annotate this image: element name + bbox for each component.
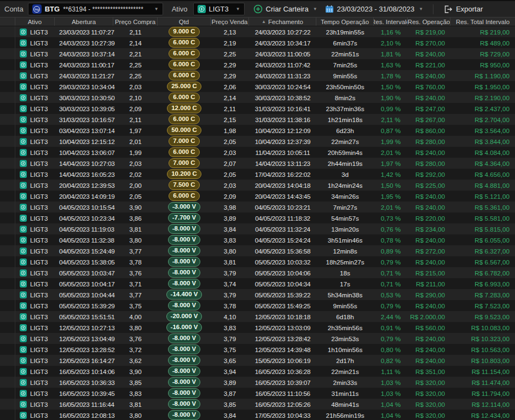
table-row[interactable]: LIGT324/03/2023 11:21:272,256.000 C2,292… — [0, 70, 515, 81]
cell-res-total-intervalo: R$ 9.523,00 — [450, 311, 515, 322]
table-row[interactable]: LIGT330/03/2023 10:39:052,0912.000 C2,11… — [0, 103, 515, 114]
cell-tempo-operacao: 22min21s — [316, 366, 374, 377]
header-abertura[interactable]: Abertura — [55, 18, 113, 26]
table-row[interactable]: LIGT329/03/2023 10:34:042,0325.000 C2,06… — [0, 81, 515, 92]
table-row[interactable]: LIGT312/05/2023 16:14:273,62-8.000 V3,65… — [0, 355, 515, 366]
table-row[interactable]: LIGT304/05/2023 11:32:383,80-8.000 V3,83… — [0, 234, 515, 245]
header-qtd[interactable]: Qtd — [158, 18, 211, 26]
cell-ativo: LIGT3 — [15, 70, 55, 81]
cell-res-intervalo: 0,80 % — [374, 344, 408, 355]
table-row[interactable]: LIGT324/03/2023 10:37:142,216.000 C2,252… — [0, 48, 515, 59]
table-row[interactable]: LIGT314/04/2023 16:05:232,0210.200 C2,05… — [0, 169, 515, 180]
table-row[interactable]: LIGT316/05/2023 12:08:133,80-8.000 V3,84… — [0, 410, 515, 420]
asset-symbol: LIGT3 — [30, 291, 48, 298]
cell-ativo: LIGT3 — [15, 278, 55, 289]
sell-quantity-badge: -8.000 V — [168, 235, 200, 245]
table-row[interactable]: LIGT324/03/2023 10:27:392,146.000 C2,192… — [0, 37, 515, 48]
cell-ativo: LIGT3 — [15, 223, 55, 234]
asset-symbol: LIGT3 — [30, 248, 48, 255]
header-tempo-operacao[interactable]: Tempo Operação — [316, 18, 374, 26]
header-res-total-intervalo[interactable]: Res. Total Intervalo — [450, 18, 515, 26]
table-row[interactable]: LIGT304/05/2023 15:38:053,78-8.000 V3,81… — [0, 256, 515, 267]
header-preco-compra[interactable]: Preço Compra — [113, 18, 158, 26]
cell-preco-compra: 1,97 — [113, 125, 158, 136]
asset-symbol: LIGT3 — [30, 105, 48, 112]
table-row[interactable]: LIGT330/03/2023 10:30:502,106.000 C2,143… — [0, 92, 515, 103]
table-row[interactable]: LIGT312/05/2023 10:27:133,80-16.000 V3,8… — [0, 322, 515, 333]
cell-preco-compra: 3,86 — [113, 212, 158, 223]
table-row[interactable]: LIGT331/03/2023 10:16:572,116.000 C2,153… — [0, 114, 515, 125]
asset-select[interactable]: LIGT3 ▼ — [193, 3, 245, 15]
table-row[interactable]: LIGT305/05/2023 15:51:514,00-20.000 V4,1… — [0, 311, 515, 322]
table-row[interactable]: LIGT310/04/2023 12:15:122,017.000 C2,051… — [0, 136, 515, 147]
table-row[interactable]: LIGT305/05/2023 10:04:443,77-14.400 V3,7… — [0, 289, 515, 300]
cell-preco-compra: 3,76 — [113, 267, 158, 278]
header-fechamento[interactable]: ▲ Fechamento — [249, 18, 316, 26]
asset-symbol-icon — [20, 302, 27, 309]
account-number-masked: **63194 - ******************** — [63, 5, 143, 13]
cell-preco-compra: 3,62 — [113, 355, 158, 366]
cell-preco-compra: 3,80 — [113, 410, 158, 420]
header-res-intervalo[interactable]: Res. Intervalo — [374, 18, 408, 26]
table-row[interactable]: LIGT305/05/2023 15:39:293,75-8.000 V3,78… — [0, 300, 515, 311]
cell-fechamento: 12/05/2023 10:18:18 — [249, 311, 316, 322]
header-res-operacao[interactable]: Res. Operação — [408, 18, 450, 26]
cell-res-intervalo: 1,81 % — [374, 48, 408, 59]
header-preco-venda[interactable]: Preço Venda — [211, 18, 249, 26]
table-row[interactable]: LIGT320/04/2023 14:09:192,056.000 C2,092… — [0, 191, 515, 202]
table-row[interactable]: LIGT303/04/2023 13:07:141,9750.000 C1,98… — [0, 125, 515, 136]
cell-qtd: -8.000 V — [158, 234, 211, 245]
row-gutter — [0, 399, 15, 410]
cell-tempo-operacao: 6min37s — [316, 37, 374, 48]
cell-preco-compra: 1,99 — [113, 147, 158, 158]
asset-symbol-icon — [20, 83, 27, 90]
cell-preco-venda: 3,89 — [211, 377, 249, 388]
date-range-picker[interactable]: 23/03/2023 - 31/08/2023 ▼ — [325, 5, 424, 13]
table-row[interactable]: LIGT304/05/2023 15:24:493,77-8.000 V3,80… — [0, 245, 515, 256]
table-row[interactable]: LIGT314/04/2023 10:27:032,037.000 C2,071… — [0, 158, 515, 169]
table-row[interactable]: LIGT304/05/2023 11:19:033,81-8.000 V3,84… — [0, 223, 515, 234]
table-row[interactable]: LIGT316/05/2023 10:14:063,90-8.000 V3,94… — [0, 366, 515, 377]
cell-res-total-intervalo: R$ 11.794,00 — [450, 388, 515, 399]
cell-ativo: LIGT3 — [15, 267, 55, 278]
table-row[interactable]: LIGT324/03/2023 11:00:172,256.000 C2,292… — [0, 59, 515, 70]
cell-ativo: LIGT3 — [15, 37, 55, 48]
asset-symbol-icon — [20, 28, 27, 36]
asset-symbol: LIGT3 — [30, 368, 48, 375]
table-row[interactable]: LIGT320/04/2023 12:39:532,007.500 C2,032… — [0, 180, 515, 191]
table-row[interactable]: LIGT316/05/2023 10:39:453,83-8.000 V3,87… — [0, 388, 515, 399]
asset-symbol-icon — [20, 138, 27, 145]
cell-res-total-intervalo: R$ 2.190,00 — [450, 92, 515, 103]
create-portfolio-button[interactable]: Criar Carteira ▼ — [253, 4, 317, 14]
export-button[interactable]: Exportar — [443, 5, 483, 14]
cell-qtd: -8.000 V — [158, 377, 211, 388]
table-row[interactable]: LIGT323/03/2023 11:07:272,119.000 C2,132… — [0, 26, 515, 37]
table-row[interactable]: LIGT305/05/2023 10:03:473,76-8.000 V3,79… — [0, 267, 515, 278]
cell-res-intervalo: 0,89 % — [374, 245, 408, 256]
cell-fechamento: 24/03/2023 11:00:05 — [249, 48, 316, 59]
buy-quantity-badge: 7.500 C — [169, 180, 199, 190]
cell-ativo: LIGT3 — [15, 399, 55, 410]
table-row[interactable]: LIGT304/05/2023 10:15:543,90-3.000 V3,98… — [0, 202, 515, 212]
account-select[interactable]: btg BTG **63194 - ******************** ▼ — [28, 3, 163, 15]
table-row[interactable]: LIGT312/05/2023 13:28:523,72-8.000 V3,75… — [0, 344, 515, 355]
header-gutter — [0, 18, 15, 26]
table-row[interactable]: LIGT312/05/2023 13:04:493,76-8.000 V3,79… — [0, 333, 515, 344]
header-ativo[interactable]: Ativo — [15, 18, 55, 26]
table-row[interactable]: LIGT316/05/2023 10:36:333,85-8.000 V3,89… — [0, 377, 515, 388]
chevron-down-icon: ▼ — [313, 7, 317, 11]
cell-ativo: LIGT3 — [15, 355, 55, 366]
cell-qtd: 7.500 C — [158, 180, 211, 191]
table-row[interactable]: LIGT316/05/2023 11:16:443,81-8.000 V3,85… — [0, 399, 515, 410]
cell-fechamento: 10/04/2023 12:37:39 — [249, 136, 316, 147]
asset-symbol-icon — [20, 105, 27, 112]
cell-tempo-operacao: 2h44min19s — [316, 158, 374, 169]
asset-symbol-icon — [20, 171, 27, 178]
sell-quantity-badge: -8.000 V — [168, 333, 200, 343]
table-row[interactable]: LIGT304/05/2023 10:23:343,86-7.700 V3,89… — [0, 212, 515, 223]
table-row[interactable]: LIGT310/04/2023 13:06:071,996.000 C2,031… — [0, 147, 515, 158]
row-gutter — [0, 366, 15, 377]
cell-res-operacao: R$ 320,00 — [408, 410, 450, 420]
cell-tempo-operacao: 3d — [316, 169, 374, 180]
table-row[interactable]: LIGT305/05/2023 10:04:173,71-8.000 V3,74… — [0, 278, 515, 289]
